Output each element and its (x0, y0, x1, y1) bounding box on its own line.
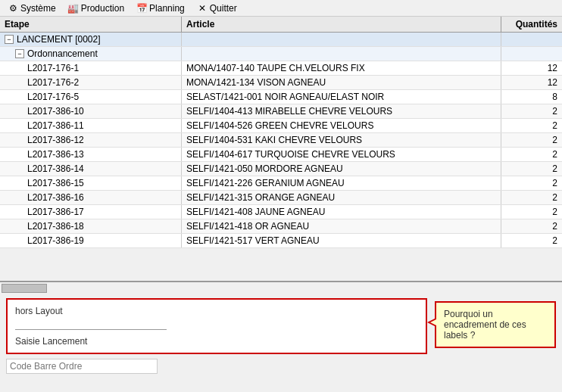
quantite-cell: 2 (501, 162, 562, 176)
article-value: SELFI/1404-531 KAKI CHEVRE VELOURS (186, 135, 362, 145)
etape-cell: L2017-176-1 (0, 61, 182, 75)
subgroup-expand-icon[interactable]: − (15, 49, 24, 58)
etape-value: L2017-176-2 (27, 77, 79, 88)
label-field-2: Saisie Lancement (15, 336, 418, 347)
subgroup-etape-cell: − Ordonnancement (0, 47, 182, 61)
group-header-row[interactable]: − LANCEMENT [0002] (0, 33, 562, 47)
table-row[interactable]: L2017-386-17 SELFI/1421-408 JAUNE AGNEAU… (0, 205, 562, 219)
quantite-value: 2 (552, 106, 557, 117)
article-value: SELFI/1421-315 ORANGE AGNEAU (186, 192, 335, 203)
article-cell: SELFI/1404-526 GREEN CHEVRE VELOURS (182, 119, 501, 132)
label-field-1: hors Layout (15, 306, 418, 330)
table-row[interactable]: L2017-386-13 SELFI/1404-617 TURQUOISE CH… (0, 148, 562, 162)
factory-icon: 🏭 (68, 3, 79, 14)
label-text-2: Saisie Lancement (15, 336, 418, 347)
table-row[interactable]: L2017-386-12 SELFI/1404-531 KAKI CHEVRE … (0, 133, 562, 148)
bottom-panel: hors Layout Saisie Lancement Pourquoi un… (0, 294, 562, 392)
label-box: hors Layout Saisie Lancement (6, 298, 427, 354)
menu-production[interactable]: 🏭 Production (64, 2, 129, 15)
calendar-icon: 📅 (136, 3, 147, 14)
etape-value: L2017-386-18 (27, 221, 84, 232)
quantite-value: 2 (552, 163, 557, 174)
bottom-left: hors Layout Saisie Lancement (6, 298, 427, 387)
quantite-value: 12 (548, 77, 557, 88)
article-cell: SELAST/1421-001 NOIR AGNEAU/ELAST NOIR (182, 90, 501, 104)
quantite-value: 8 (552, 92, 557, 102)
table-row[interactable]: L2017-386-10 SELFI/1404-413 MIRABELLE CH… (0, 104, 562, 119)
etape-value: L2017-176-5 (27, 92, 79, 102)
subgroup-label: Ordonnancement (27, 48, 98, 59)
etape-cell: L2017-386-11 (0, 119, 182, 132)
etape-value: L2017-386-11 (27, 120, 84, 131)
group-article-cell (182, 33, 501, 46)
table-row[interactable]: L2017-386-19 SELFI/1421-517 VERT AGNEAU … (0, 234, 562, 248)
article-cell: SELFI/1421-408 JAUNE AGNEAU (182, 205, 501, 219)
quantite-value: 2 (552, 192, 557, 203)
article-cell: SELFI/1421-517 VERT AGNEAU (182, 234, 501, 247)
table-body[interactable]: − LANCEMENT [0002] − Ordonnancement L201… (0, 33, 562, 281)
etape-cell: L2017-176-2 (0, 76, 182, 89)
table-row[interactable]: L2017-386-11 SELFI/1404-526 GREEN CHEVRE… (0, 119, 562, 133)
etape-value: L2017-386-10 (27, 106, 84, 117)
article-cell: SELFI/1404-531 KAKI CHEVRE VELOURS (182, 133, 501, 147)
article-value: SELAST/1421-001 NOIR AGNEAU/ELAST NOIR (186, 92, 384, 102)
etape-cell: L2017-386-12 (0, 133, 182, 147)
quantite-value: 2 (552, 149, 557, 160)
col-header-etape: Etape (0, 17, 182, 32)
etape-value: L2017-386-15 (27, 178, 84, 188)
quantite-cell: 2 (501, 148, 562, 161)
main-content: Etape Article Quantités − LANCEMENT [000… (0, 17, 562, 392)
quantite-cell: 2 (501, 104, 562, 118)
quantite-cell: 2 (501, 176, 562, 190)
etape-cell: L2017-386-18 (0, 219, 182, 233)
menu-systeme[interactable]: ⚙ Système (3, 2, 61, 15)
group-label: LANCEMENT [0002] (17, 34, 101, 45)
quantite-value: 2 (552, 207, 557, 217)
article-cell: SELFI/1421-050 MORDORE AGNEAU (182, 162, 501, 176)
menu-production-label: Production (81, 3, 124, 14)
quantite-value: 2 (552, 178, 557, 188)
expand-icon[interactable]: − (5, 35, 14, 44)
menu-quitter-label: Quitter (210, 3, 237, 14)
menu-planning-label: Planning (149, 3, 185, 14)
h-scrollbar-thumb[interactable] (2, 284, 47, 293)
table-row[interactable]: L2017-386-18 SELFI/1421-418 OR AGNEAU 2 (0, 219, 562, 234)
article-value: SELFI/1421-517 VERT AGNEAU (186, 235, 320, 246)
quantite-cell: 12 (501, 76, 562, 89)
article-value: SELFI/1421-226 GERANIUM AGNEAU (186, 178, 345, 188)
table-row[interactable]: L2017-176-2 MONA/1421-134 VISON AGNEAU 1… (0, 76, 562, 90)
table-row[interactable]: L2017-176-5 SELAST/1421-001 NOIR AGNEAU/… (0, 90, 562, 104)
article-cell: MONA/1421-134 VISON AGNEAU (182, 76, 501, 89)
code-barre-input[interactable] (6, 359, 158, 374)
table-row[interactable]: L2017-176-1 MONA/1407-140 TAUPE CH.VELOU… (0, 61, 562, 76)
table-header: Etape Article Quantités (0, 17, 562, 33)
subgroup-quantite-cell (501, 47, 562, 61)
etape-value: L2017-386-14 (27, 163, 84, 174)
menubar: ⚙ Système 🏭 Production 📅 Planning ✕ Quit… (0, 0, 562, 17)
quantite-cell: 2 (501, 219, 562, 233)
menu-systeme-label: Système (20, 3, 56, 14)
table-row[interactable]: L2017-386-16 SELFI/1421-315 ORANGE AGNEA… (0, 191, 562, 205)
article-value: SELFI/1404-526 GREEN CHEVRE VELOURS (186, 120, 373, 131)
quantite-cell: 2 (501, 133, 562, 147)
quantite-value: 2 (552, 235, 557, 246)
article-value: SELFI/1404-413 MIRABELLE CHEVRE VELOURS (186, 106, 392, 117)
etape-value: L2017-386-13 (27, 149, 84, 160)
etape-value: L2017-386-17 (27, 207, 84, 217)
table-row[interactable]: L2017-386-14 SELFI/1421-050 MORDORE AGNE… (0, 162, 562, 176)
etape-cell: L2017-386-15 (0, 176, 182, 190)
horizontal-scrollbar[interactable] (0, 282, 562, 294)
etape-value: L2017-176-1 (27, 63, 79, 73)
quantite-cell: 8 (501, 90, 562, 104)
article-cell: SELFI/1404-413 MIRABELLE CHEVRE VELOURS (182, 104, 501, 118)
menu-planning[interactable]: 📅 Planning (132, 2, 189, 15)
quantite-cell: 2 (501, 119, 562, 132)
menu-quitter[interactable]: ✕ Quitter (192, 2, 242, 15)
article-cell: SELFI/1404-617 TURQUOISE CHEVRE VELOURS (182, 148, 501, 161)
etape-cell: L2017-386-19 (0, 234, 182, 247)
table-row[interactable]: L2017-386-15 SELFI/1421-226 GERANIUM AGN… (0, 176, 562, 191)
quantite-value: 2 (552, 135, 557, 145)
article-value: SELFI/1421-408 JAUNE AGNEAU (186, 207, 325, 217)
exit-icon: ✕ (197, 3, 208, 14)
subgroup-header-row[interactable]: − Ordonnancement (0, 47, 562, 61)
